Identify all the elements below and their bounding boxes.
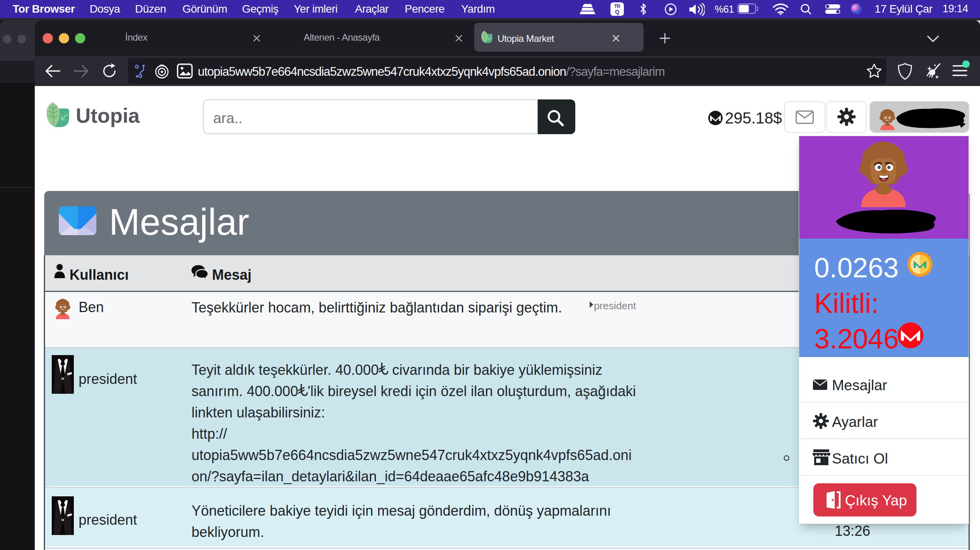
- svg-text:TR: TR: [614, 4, 621, 9]
- svg-text:Q: Q: [615, 9, 620, 15]
